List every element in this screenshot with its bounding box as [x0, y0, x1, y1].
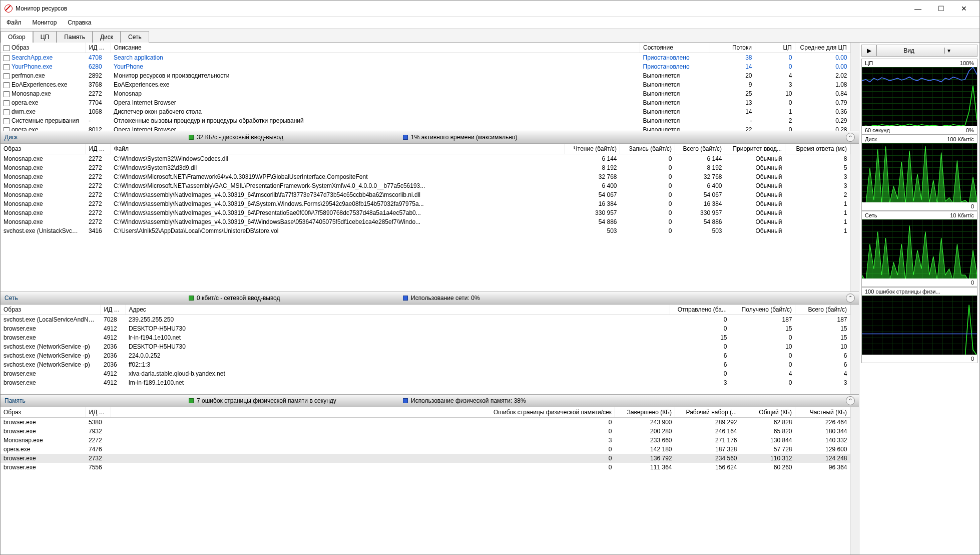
column-header[interactable]: Отправлено (ба...: [670, 305, 730, 315]
table-row[interactable]: Monosnap.exe2272C:\Windows\assembly\Nati…: [1, 208, 850, 217]
column-header[interactable]: Образ: [1, 43, 86, 53]
column-header[interactable]: Описание: [111, 43, 640, 53]
table-row[interactable]: Monosnap.exe2272C:\Windows\System32\d3d9…: [1, 163, 850, 172]
memory-scrollbar[interactable]: [850, 407, 859, 555]
table-row[interactable]: Monosnap.exe2272C:\Windows\Microsoft.NET…: [1, 172, 850, 181]
table-row[interactable]: browser.exe4912lr-in-f194.1e100.net15015: [1, 333, 850, 342]
chart: 100 ошибок страницы физи...0: [861, 287, 977, 363]
table-row[interactable]: Monosnap.exe2272C:\Windows\Microsoft.NET…: [1, 181, 850, 190]
column-header[interactable]: Рабочий набор (...: [675, 407, 740, 418]
column-header[interactable]: ИД пр...: [101, 305, 126, 315]
table-row[interactable]: Monosnap.exe22723233 660271 176130 84414…: [1, 436, 850, 445]
table-row[interactable]: svchost.exe (LocalServiceAndNoIm...70282…: [1, 315, 850, 324]
checkbox[interactable]: [4, 82, 10, 88]
checkbox[interactable]: [4, 73, 10, 79]
memory-header[interactable]: Память 7 ошибок страницы физической памя…: [1, 394, 859, 407]
tab-disk[interactable]: Диск: [93, 31, 121, 43]
column-header[interactable]: Состояние: [640, 43, 710, 53]
table-row[interactable]: opera.exe74760142 180187 32857 728129 60…: [1, 445, 850, 454]
checkbox[interactable]: [4, 55, 10, 61]
column-header[interactable]: Образ: [1, 407, 86, 418]
maximize-button[interactable]: ☐: [929, 1, 952, 16]
table-row[interactable]: browser.exe27320136 792234 560110 312124…: [1, 454, 850, 463]
table-row[interactable]: Системные прерывания-Отложенные вызовы п…: [1, 116, 850, 125]
minimize-button[interactable]: —: [906, 1, 929, 16]
tab-overview[interactable]: Обзор: [1, 31, 33, 43]
table-row[interactable]: SearchApp.exe4708Search applicationПриос…: [1, 53, 850, 63]
table-row[interactable]: svchost.exe (NetworkService -p)2036DESKT…: [1, 342, 850, 351]
column-header[interactable]: Среднее для ЦП: [795, 43, 850, 53]
column-header[interactable]: ИД пр...: [86, 144, 111, 154]
chart-title: Сеть: [865, 212, 877, 218]
table-row[interactable]: svchost.exe (NetworkService -p)2036224.0…: [1, 351, 850, 360]
table-row[interactable]: Monosnap.exe2272MonosnapВыполняется25100…: [1, 89, 850, 98]
table-row[interactable]: Monosnap.exe2272C:\Windows\assembly\Nati…: [1, 217, 850, 226]
table-row[interactable]: Monosnap.exe2272C:\Windows\assembly\Nati…: [1, 190, 850, 199]
table-row[interactable]: browser.exe53800243 900289 29262 828226 …: [1, 417, 850, 427]
close-button[interactable]: ✕: [952, 1, 975, 16]
column-header[interactable]: Частный (КБ): [795, 407, 850, 418]
table-row[interactable]: YourPhone.exe6280YourPhoneПриостановлено…: [1, 62, 850, 71]
column-header[interactable]: Приоритет ввод...: [725, 144, 785, 154]
table-row[interactable]: browser.exe4912DESKTOP-H5HU73001515: [1, 324, 850, 333]
checkbox[interactable]: [4, 100, 10, 106]
tab-network[interactable]: Сеть: [121, 31, 149, 43]
column-header[interactable]: ИД пр...: [86, 43, 111, 53]
column-header[interactable]: Потоки: [710, 43, 755, 53]
checkbox[interactable]: [4, 118, 10, 124]
table-row[interactable]: browser.exe79320200 280246 16465 820180 …: [1, 427, 850, 436]
column-header[interactable]: Файл: [111, 144, 565, 154]
disk-scrollbar[interactable]: [850, 144, 859, 292]
tab-cpu[interactable]: ЦП: [33, 31, 57, 43]
table-row[interactable]: Monosnap.exe2272C:\Windows\assembly\Nati…: [1, 199, 850, 208]
menu-file[interactable]: Файл: [5, 18, 24, 27]
table-row[interactable]: opera.exe8012Opera Internet BrowserВыпол…: [1, 125, 850, 131]
chart: ЦП100%60 секунд0%: [861, 59, 977, 135]
column-header[interactable]: Всего (байт/с): [795, 305, 850, 315]
column-header[interactable]: Ошибок страницы физической памяти/сек: [111, 407, 615, 418]
table-row[interactable]: svchost.exe (UnistackSvcGroup)3416C:\Use…: [1, 226, 850, 235]
disk-collapse-button[interactable]: ⌃: [846, 133, 855, 142]
checkbox[interactable]: [4, 64, 10, 70]
column-header[interactable]: Образ: [1, 305, 101, 315]
view-dropdown[interactable]: Вид ▾: [876, 45, 977, 57]
disk-header[interactable]: Диск 32 КБ/с - дисковый ввод-вывод 1% ак…: [1, 131, 859, 144]
column-header[interactable]: Получено (байт/с): [730, 305, 795, 315]
table-row[interactable]: Monosnap.exe2272C:\Windows\System32\Wind…: [1, 154, 850, 164]
memory-collapse-button[interactable]: ⌃: [846, 396, 855, 405]
memory-table: ОбразИД пр...Ошибок страницы физической …: [1, 407, 850, 472]
table-row[interactable]: browser.exe4912xiva-daria.stable.qloud-b…: [1, 369, 850, 378]
checkbox[interactable]: [4, 127, 10, 131]
column-header[interactable]: ИД пр...: [86, 407, 111, 418]
menu-help[interactable]: Справка: [66, 18, 93, 27]
column-header[interactable]: Общий (КБ): [740, 407, 795, 418]
table-row[interactable]: dwm.exe1068Диспетчер окон рабочего стола…: [1, 107, 850, 116]
column-header[interactable]: ЦП: [755, 43, 795, 53]
checkbox[interactable]: [4, 91, 10, 97]
table-row[interactable]: perfmon.exe2892Монитор ресурсов и произв…: [1, 71, 850, 80]
column-header[interactable]: Всего (байт/с): [675, 144, 725, 154]
column-header[interactable]: Завершено (КБ): [615, 407, 675, 418]
column-header[interactable]: Чтение (байт/с): [565, 144, 620, 154]
tab-memory[interactable]: Память: [57, 31, 93, 43]
cpu-scrollbar[interactable]: [850, 43, 859, 131]
table-row[interactable]: EoAExperiences.exe3768EoAExperiences.exe…: [1, 80, 850, 89]
network-collapse-button[interactable]: ⌃: [846, 294, 855, 303]
table-row[interactable]: opera.exe7704Opera Internet BrowserВыпол…: [1, 98, 850, 107]
network-scrollbar[interactable]: [850, 305, 859, 394]
checkbox[interactable]: [4, 109, 10, 115]
cpu-table: ОбразИД пр...ОписаниеСостояниеПотокиЦПСр…: [1, 43, 850, 131]
table-row[interactable]: browser.exe75560111 364156 62460 26096 3…: [1, 463, 850, 472]
network-title: Сеть: [5, 295, 185, 302]
column-header[interactable]: Время ответа (мс): [785, 144, 850, 154]
table-row[interactable]: browser.exe4912lm-in-f189.1e100.net303: [1, 378, 850, 387]
disk-title: Диск: [5, 134, 185, 141]
tab-bar: Обзор ЦП Память Диск Сеть: [1, 29, 979, 43]
table-row[interactable]: svchost.exe (NetworkService -p)2036ff02:…: [1, 360, 850, 369]
column-header[interactable]: Образ: [1, 144, 86, 154]
network-header[interactable]: Сеть 0 кбит/с - сетевой ввод-вывод Испол…: [1, 292, 859, 305]
menu-monitor[interactable]: Монитор: [31, 18, 59, 27]
column-header[interactable]: Запись (байт/с): [620, 144, 675, 154]
side-expand-button[interactable]: ▶: [861, 45, 876, 57]
column-header[interactable]: Адрес: [126, 305, 670, 315]
